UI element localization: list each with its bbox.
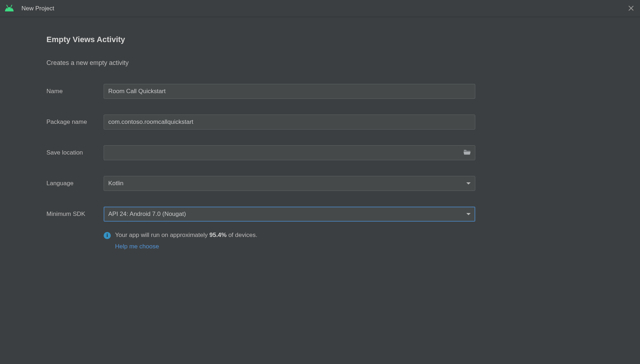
language-label: Language [46,180,104,187]
info-icon: i [104,232,111,239]
name-input[interactable] [104,84,475,99]
package-input[interactable] [104,115,475,130]
language-dropdown[interactable]: Kotlin [104,176,475,191]
page-description: Creates a new empty activity [46,59,475,67]
row-name: Name [46,84,475,99]
save-location-label: Save location [46,149,104,156]
help-me-choose-link[interactable]: Help me choose [115,243,159,250]
save-location-input[interactable] [104,145,475,160]
content-area: Empty Views Activity Creates a new empty… [0,17,522,264]
page-title: Empty Views Activity [46,35,475,44]
window-title: New Project [21,5,54,12]
hint-suffix: of devices. [227,232,257,238]
minimum-sdk-label: Minimum SDK [46,211,104,218]
hint-percent: 95.4% [209,232,227,238]
browse-folder-icon[interactable] [463,149,471,155]
minimum-sdk-value: API 24: Android 7.0 (Nougat) [108,211,186,218]
chevron-down-icon [466,182,471,184]
sdk-hint: i Your app will run on approximately 95.… [104,231,475,250]
package-label: Package name [46,118,104,126]
android-logo-icon [5,6,14,11]
row-package: Package name [46,115,475,130]
sdk-hint-text: Your app will run on approximately 95.4%… [115,231,257,239]
row-language: Language Kotlin [46,176,475,191]
row-minimum-sdk: Minimum SDK API 24: Android 7.0 (Nougat) [46,207,475,222]
chevron-down-icon [466,213,471,215]
close-button[interactable] [628,5,634,11]
row-save-location: Save location [46,145,475,160]
language-value: Kotlin [108,180,124,187]
minimum-sdk-dropdown[interactable]: API 24: Android 7.0 (Nougat) [104,207,475,222]
titlebar: New Project [0,0,640,17]
name-label: Name [46,88,104,95]
hint-prefix: Your app will run on approximately [115,232,209,238]
